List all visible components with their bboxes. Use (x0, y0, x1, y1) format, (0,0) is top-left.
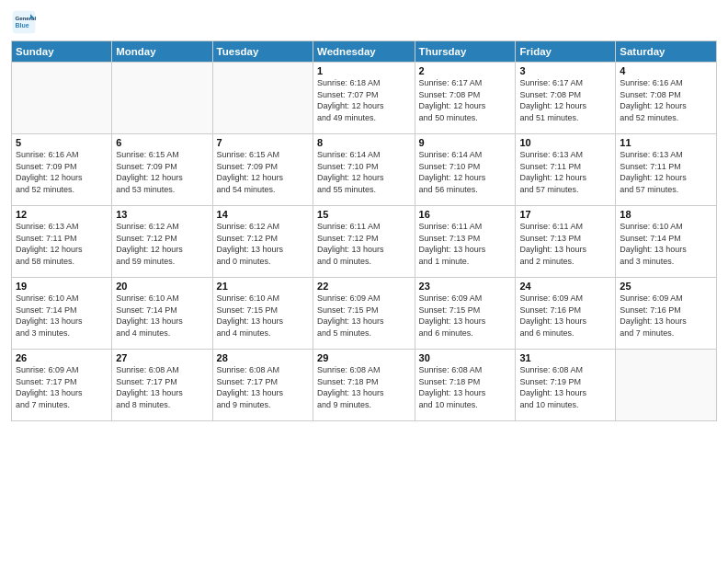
day-number: 25 (620, 281, 712, 292)
day-number: 28 (217, 352, 309, 363)
day-info: Sunrise: 6:09 AM Sunset: 7:15 PM Dayligh… (419, 293, 512, 339)
calendar-cell: 28Sunrise: 6:08 AM Sunset: 7:17 PM Dayli… (212, 350, 313, 421)
day-info: Sunrise: 6:17 AM Sunset: 7:08 PM Dayligh… (519, 77, 611, 123)
day-number: 16 (419, 209, 512, 220)
day-info: Sunrise: 6:11 AM Sunset: 7:12 PM Dayligh… (317, 221, 411, 267)
day-info: Sunrise: 6:15 AM Sunset: 7:09 PM Dayligh… (116, 149, 208, 195)
logo: General Blue (11, 9, 40, 35)
calendar-week-3: 12Sunrise: 6:13 AM Sunset: 7:11 PM Dayli… (12, 206, 717, 278)
day-number: 10 (519, 137, 611, 148)
calendar-cell (12, 63, 112, 134)
day-number: 1 (317, 65, 411, 76)
day-number: 21 (217, 281, 309, 292)
day-info: Sunrise: 6:14 AM Sunset: 7:10 PM Dayligh… (419, 149, 512, 195)
day-info: Sunrise: 6:16 AM Sunset: 7:08 PM Dayligh… (620, 77, 712, 123)
weekday-header-wednesday: Wednesday (313, 41, 415, 63)
day-number: 13 (116, 209, 208, 220)
calendar-cell: 20Sunrise: 6:10 AM Sunset: 7:14 PM Dayli… (112, 278, 212, 350)
header-row: General Blue (11, 9, 717, 35)
day-number: 23 (419, 281, 512, 292)
calendar-cell: 12Sunrise: 6:13 AM Sunset: 7:11 PM Dayli… (12, 206, 112, 278)
calendar-cell: 21Sunrise: 6:10 AM Sunset: 7:15 PM Dayli… (212, 278, 313, 350)
day-number: 8 (317, 137, 411, 148)
calendar-cell: 27Sunrise: 6:08 AM Sunset: 7:17 PM Dayli… (112, 350, 212, 421)
weekday-header-sunday: Sunday (12, 41, 112, 63)
weekday-header-saturday: Saturday (616, 41, 717, 63)
day-info: Sunrise: 6:10 AM Sunset: 7:14 PM Dayligh… (620, 221, 712, 267)
day-number: 2 (419, 65, 512, 76)
day-info: Sunrise: 6:12 AM Sunset: 7:12 PM Dayligh… (217, 221, 309, 267)
day-number: 30 (419, 352, 512, 363)
svg-text:Blue: Blue (15, 22, 28, 29)
calendar-cell: 3Sunrise: 6:17 AM Sunset: 7:08 PM Daylig… (516, 63, 616, 134)
calendar-week-2: 5Sunrise: 6:16 AM Sunset: 7:09 PM Daylig… (12, 134, 717, 206)
calendar-cell: 4Sunrise: 6:16 AM Sunset: 7:08 PM Daylig… (616, 63, 717, 134)
calendar-cell: 25Sunrise: 6:09 AM Sunset: 7:16 PM Dayli… (616, 278, 717, 350)
day-number: 3 (519, 65, 611, 76)
day-info: Sunrise: 6:13 AM Sunset: 7:11 PM Dayligh… (16, 221, 108, 267)
calendar-cell: 26Sunrise: 6:09 AM Sunset: 7:17 PM Dayli… (12, 350, 112, 421)
weekday-header-monday: Monday (112, 41, 212, 63)
weekday-header-tuesday: Tuesday (212, 41, 313, 63)
page-container: General Blue SundayMondayTuesdayWednesda… (0, 0, 728, 429)
calendar-header-row: SundayMondayTuesdayWednesdayThursdayFrid… (12, 41, 717, 63)
day-info: Sunrise: 6:16 AM Sunset: 7:09 PM Dayligh… (16, 149, 108, 195)
day-number: 14 (217, 209, 309, 220)
calendar-cell: 9Sunrise: 6:14 AM Sunset: 7:10 PM Daylig… (415, 134, 516, 206)
day-number: 20 (116, 281, 208, 292)
calendar-cell (212, 63, 313, 134)
calendar-cell: 2Sunrise: 6:17 AM Sunset: 7:08 PM Daylig… (415, 63, 516, 134)
day-info: Sunrise: 6:12 AM Sunset: 7:12 PM Dayligh… (116, 221, 208, 267)
day-info: Sunrise: 6:10 AM Sunset: 7:14 PM Dayligh… (116, 293, 208, 339)
calendar-cell: 7Sunrise: 6:15 AM Sunset: 7:09 PM Daylig… (212, 134, 313, 206)
calendar-cell: 6Sunrise: 6:15 AM Sunset: 7:09 PM Daylig… (112, 134, 212, 206)
day-info: Sunrise: 6:11 AM Sunset: 7:13 PM Dayligh… (419, 221, 512, 267)
day-number: 31 (519, 352, 611, 363)
calendar-cell (616, 350, 717, 421)
day-info: Sunrise: 6:08 AM Sunset: 7:17 PM Dayligh… (116, 364, 208, 410)
day-info: Sunrise: 6:09 AM Sunset: 7:16 PM Dayligh… (620, 293, 712, 339)
calendar-cell: 10Sunrise: 6:13 AM Sunset: 7:11 PM Dayli… (516, 134, 616, 206)
day-number: 4 (620, 65, 712, 76)
day-number: 24 (519, 281, 611, 292)
calendar-cell: 19Sunrise: 6:10 AM Sunset: 7:14 PM Dayli… (12, 278, 112, 350)
calendar-week-4: 19Sunrise: 6:10 AM Sunset: 7:14 PM Dayli… (12, 278, 717, 350)
day-number: 15 (317, 209, 411, 220)
day-info: Sunrise: 6:13 AM Sunset: 7:11 PM Dayligh… (519, 149, 611, 195)
calendar-cell: 31Sunrise: 6:08 AM Sunset: 7:19 PM Dayli… (516, 350, 616, 421)
day-number: 6 (116, 137, 208, 148)
calendar-cell: 1Sunrise: 6:18 AM Sunset: 7:07 PM Daylig… (313, 63, 415, 134)
calendar-cell (112, 63, 212, 134)
day-number: 19 (16, 281, 108, 292)
day-number: 17 (519, 209, 611, 220)
day-info: Sunrise: 6:08 AM Sunset: 7:18 PM Dayligh… (317, 364, 411, 410)
day-number: 7 (217, 137, 309, 148)
calendar-cell: 8Sunrise: 6:14 AM Sunset: 7:10 PM Daylig… (313, 134, 415, 206)
day-number: 11 (620, 137, 712, 148)
day-info: Sunrise: 6:11 AM Sunset: 7:13 PM Dayligh… (519, 221, 611, 267)
day-number: 27 (116, 352, 208, 363)
calendar-cell: 13Sunrise: 6:12 AM Sunset: 7:12 PM Dayli… (112, 206, 212, 278)
day-info: Sunrise: 6:14 AM Sunset: 7:10 PM Dayligh… (317, 149, 411, 195)
day-number: 29 (317, 352, 411, 363)
calendar-table: SundayMondayTuesdayWednesdayThursdayFrid… (11, 40, 717, 421)
logo-icon: General Blue (11, 9, 37, 35)
calendar-cell: 29Sunrise: 6:08 AM Sunset: 7:18 PM Dayli… (313, 350, 415, 421)
calendar-week-1: 1Sunrise: 6:18 AM Sunset: 7:07 PM Daylig… (12, 63, 717, 134)
day-info: Sunrise: 6:15 AM Sunset: 7:09 PM Dayligh… (217, 149, 309, 195)
day-info: Sunrise: 6:08 AM Sunset: 7:18 PM Dayligh… (419, 364, 512, 410)
day-info: Sunrise: 6:17 AM Sunset: 7:08 PM Dayligh… (419, 77, 512, 123)
weekday-header-thursday: Thursday (415, 41, 516, 63)
day-number: 22 (317, 281, 411, 292)
day-info: Sunrise: 6:18 AM Sunset: 7:07 PM Dayligh… (317, 77, 411, 123)
calendar-cell: 24Sunrise: 6:09 AM Sunset: 7:16 PM Dayli… (516, 278, 616, 350)
day-number: 5 (16, 137, 108, 148)
day-info: Sunrise: 6:10 AM Sunset: 7:14 PM Dayligh… (16, 293, 108, 339)
day-info: Sunrise: 6:09 AM Sunset: 7:15 PM Dayligh… (317, 293, 411, 339)
day-info: Sunrise: 6:10 AM Sunset: 7:15 PM Dayligh… (217, 293, 309, 339)
calendar-cell: 5Sunrise: 6:16 AM Sunset: 7:09 PM Daylig… (12, 134, 112, 206)
day-info: Sunrise: 6:08 AM Sunset: 7:17 PM Dayligh… (217, 364, 309, 410)
weekday-header-friday: Friday (516, 41, 616, 63)
day-info: Sunrise: 6:13 AM Sunset: 7:11 PM Dayligh… (620, 149, 712, 195)
calendar-cell: 22Sunrise: 6:09 AM Sunset: 7:15 PM Dayli… (313, 278, 415, 350)
